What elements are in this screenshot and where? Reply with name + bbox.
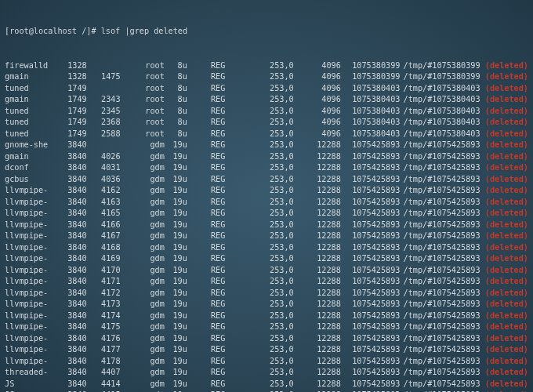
lsof-row: llvmpipe-38404174gdm19uREG253,0122881075…: [5, 310, 528, 322]
deleted-tag: (deleted): [485, 379, 528, 388]
col-node: 1075380403: [341, 106, 401, 118]
col-device: 253,0: [225, 106, 293, 118]
col-user: gdm: [121, 344, 165, 356]
col-size: 12288: [294, 220, 341, 231]
col-user: gdm: [121, 276, 165, 288]
col-type: REG: [187, 185, 226, 197]
deleted-tag: (deleted): [485, 334, 528, 343]
col-size: 4096: [294, 60, 341, 72]
col-pid: 3840: [58, 242, 87, 254]
col-node: 1075425893: [341, 310, 401, 322]
lsof-row: gmain17492343root8uREG253,04096107538040…: [5, 94, 528, 106]
col-user: gdm: [121, 288, 165, 299]
col-type: REG: [187, 174, 226, 186]
deleted-tag: (deleted): [485, 368, 528, 376]
col-type: REG: [187, 220, 226, 231]
prompt-command: lsof |grep deleted: [101, 27, 187, 35]
deleted-tag: (deleted): [485, 186, 528, 194]
terminal-output[interactable]: [root@localhost /]# lsof |grep deleted f…: [0, 0, 533, 392]
deleted-tag: (deleted): [485, 152, 528, 161]
col-pid: 1749: [58, 94, 87, 106]
col-node: 1075425893: [341, 333, 401, 345]
col-size: 12288: [294, 253, 341, 265]
col-type: REG: [187, 106, 226, 118]
col-path: /tmp/#1075380403 (deleted): [401, 117, 528, 129]
col-device: 253,0: [225, 310, 293, 322]
col-path: /tmp/#1075425893 (deleted): [401, 140, 528, 151]
col-user: gdm: [121, 220, 165, 231]
col-path: /tmp/#1075425893 (deleted): [401, 162, 528, 174]
lsof-row: JS38404414gdm19uREG253,0122881075425893/…: [5, 379, 528, 390]
col-fd: 19u: [165, 197, 187, 209]
col-fd: 19u: [165, 230, 187, 242]
lsof-row: llvmpipe-38404178gdm19uREG253,0122881075…: [5, 356, 528, 368]
col-node: 1075425893: [341, 321, 401, 333]
col-node: 1075425893: [341, 208, 401, 220]
col-pid: 3840: [58, 333, 87, 345]
col-path: /tmp/#1075425893 (deleted): [401, 242, 528, 254]
col-path: /tmp/#1075425893 (deleted): [401, 230, 528, 242]
col-node: 1075425893: [341, 185, 401, 197]
col-tid: 4168: [87, 242, 121, 254]
col-fd: 8u: [165, 94, 187, 106]
col-device: 253,0: [225, 299, 293, 310]
col-user: root: [121, 71, 165, 83]
col-command: llvmpipe-: [5, 265, 58, 277]
col-device: 253,0: [225, 140, 293, 151]
col-user: root: [121, 60, 165, 72]
col-type: REG: [187, 288, 226, 299]
col-pid: 3840: [58, 140, 87, 151]
col-tid: 4162: [87, 185, 121, 197]
col-user: gdm: [121, 140, 165, 151]
col-pid: 3840: [58, 162, 87, 174]
col-tid: 4036: [87, 174, 121, 186]
col-path: /tmp/#1075425893 (deleted): [401, 367, 528, 379]
col-type: REG: [187, 94, 226, 106]
col-tid: 4166: [87, 220, 121, 231]
col-fd: 19u: [165, 242, 187, 254]
col-node: 1075425893: [341, 242, 401, 254]
col-fd: 19u: [165, 174, 187, 186]
col-command: firewalld: [5, 60, 58, 72]
col-path: /tmp/#1075425893 (deleted): [401, 299, 528, 310]
col-command: llvmpipe-: [5, 310, 58, 322]
col-fd: 8u: [165, 129, 187, 140]
col-tid: 2588: [87, 129, 121, 140]
col-type: REG: [187, 162, 226, 174]
col-pid: 1749: [58, 83, 87, 95]
col-size: 4096: [294, 71, 341, 83]
col-path: /tmp/#1075425893 (deleted): [401, 185, 528, 197]
lsof-row: llvmpipe-38404173gdm19uREG253,0122881075…: [5, 299, 528, 310]
col-type: REG: [187, 60, 226, 72]
col-device: 253,0: [225, 344, 293, 356]
deleted-tag: (deleted): [485, 357, 528, 365]
col-node: 1075425893: [341, 220, 401, 231]
col-user: gdm: [121, 162, 165, 174]
col-size: 4096: [294, 83, 341, 95]
deleted-tag: (deleted): [485, 345, 528, 354]
lsof-row: firewalld1328root8uREG253,04096107538039…: [5, 60, 528, 72]
deleted-tag: (deleted): [485, 220, 528, 229]
col-command: gnome-she: [5, 140, 58, 151]
col-node: 1075425893: [341, 197, 401, 209]
col-type: REG: [187, 321, 226, 333]
col-device: 253,0: [225, 60, 293, 72]
col-pid: 1749: [58, 106, 87, 118]
col-command: llvmpipe-: [5, 356, 58, 368]
col-node: 1075380403: [341, 129, 401, 140]
lsof-row: llvmpipe-38404175gdm19uREG253,0122881075…: [5, 321, 528, 333]
col-device: 253,0: [225, 94, 293, 106]
col-command: llvmpipe-: [5, 230, 58, 242]
col-user: root: [121, 129, 165, 140]
col-command: llvmpipe-: [5, 185, 58, 197]
col-path: /tmp/#1075380399 (deleted): [401, 60, 528, 72]
col-fd: 19u: [165, 333, 187, 345]
col-node: 1075425893: [341, 174, 401, 186]
col-node: 1075425893: [341, 162, 401, 174]
col-fd: 8u: [165, 83, 187, 95]
deleted-tag: (deleted): [485, 289, 528, 297]
col-size: 12288: [294, 321, 341, 333]
col-path: /tmp/#1075425893 (deleted): [401, 265, 528, 277]
col-node: 1075425893: [341, 265, 401, 277]
col-fd: 19u: [165, 208, 187, 220]
